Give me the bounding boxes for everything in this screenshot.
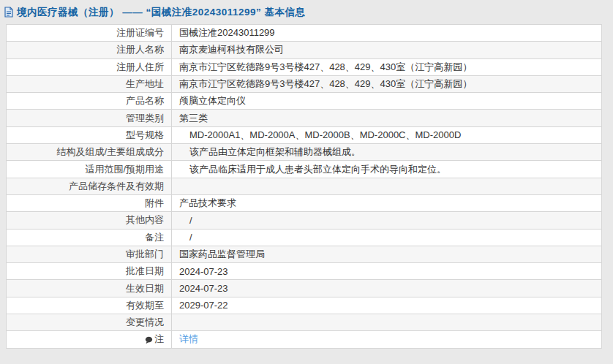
row-value: 南京市江宁区乾德路9号3号楼427、428、429、430室（江宁高新园） bbox=[172, 58, 602, 75]
row-label: 备注 bbox=[7, 229, 172, 246]
table-row: 生效日期 2024-07-23 bbox=[7, 280, 602, 297]
row-value: 2029-07-22 bbox=[172, 297, 602, 314]
row-value: 国械注准20243011299 bbox=[172, 25, 602, 42]
row-label: 其他内容 bbox=[7, 212, 172, 229]
row-label: 注 bbox=[7, 331, 172, 348]
row-label: 附件 bbox=[7, 194, 172, 211]
row-label: 注册人住所 bbox=[7, 58, 172, 75]
table-row: 产品名称 颅脑立体定向仪 bbox=[7, 93, 602, 110]
row-value: 国家药品监督管理局 bbox=[172, 246, 602, 262]
row-value: 第三类 bbox=[172, 110, 602, 126]
table-row: 注册人住所 南京市江宁区乾德路9号3号楼427、428、429、430室（江宁高… bbox=[7, 58, 602, 75]
row-value bbox=[172, 314, 602, 331]
row-value: / bbox=[172, 229, 602, 246]
table-row: 适用范围/预期用途 该产品临床适用于成人患者头部立体定向手术的导向和定位。 bbox=[7, 161, 602, 178]
row-value: 颅脑立体定向仪 bbox=[172, 93, 602, 110]
table-row: 其他内容 / bbox=[7, 212, 602, 229]
table-row: 结构及组成/主要组成成分 该产品由立体定向框架和辅助器械组成。 bbox=[7, 144, 602, 161]
row-label: 型号规格 bbox=[7, 126, 172, 143]
row-value: / bbox=[172, 212, 602, 229]
row-value: 该产品临床适用于成人患者头部立体定向手术的导向和定位。 bbox=[172, 161, 602, 178]
comment-icon bbox=[145, 336, 153, 344]
row-label: 生产地址 bbox=[7, 75, 172, 92]
row-label: 有效期至 bbox=[7, 297, 172, 314]
row-label: 适用范围/预期用途 bbox=[7, 161, 172, 178]
table-row: 产品储存条件及有效期 bbox=[7, 178, 602, 194]
row-value: 2024-07-23 bbox=[172, 280, 602, 297]
row-label: 批准日期 bbox=[7, 263, 172, 280]
row-value: 南京市江宁区乾德路9号3号楼427、428、429、430室（江宁高新园） bbox=[172, 75, 602, 92]
row-label: 变更情况 bbox=[7, 314, 172, 331]
table-row: 备注 / bbox=[7, 229, 602, 246]
row-label: 结构及组成/主要组成成分 bbox=[7, 144, 172, 161]
row-label: 管理类别 bbox=[7, 110, 172, 126]
table-row: 注册人名称 南京麦迪柯科技有限公司 bbox=[7, 42, 602, 58]
document-icon bbox=[4, 7, 14, 18]
note-label-text: 注 bbox=[154, 333, 164, 346]
row-label: 注册人名称 bbox=[7, 42, 172, 58]
row-label: 产品储存条件及有效期 bbox=[7, 178, 172, 194]
table-row: 变更情况 bbox=[7, 314, 602, 331]
table-row: 有效期至 2029-07-22 bbox=[7, 297, 602, 314]
row-value: MD-2000A1、MD-2000A、MD-2000B、MD-2000C、MD-… bbox=[172, 126, 602, 143]
table-row: 附件 产品技术要求 bbox=[7, 194, 602, 211]
row-value bbox=[172, 178, 602, 194]
table-row: 型号规格 MD-2000A1、MD-2000A、MD-2000B、MD-2000… bbox=[7, 126, 602, 143]
row-label: 生效日期 bbox=[7, 280, 172, 297]
registration-info-table: 注册证编号 国械注准20243011299 注册人名称 南京麦迪柯科技有限公司 … bbox=[6, 24, 602, 349]
row-value: 南京麦迪柯科技有限公司 bbox=[172, 42, 602, 58]
row-label: 审批部门 bbox=[7, 246, 172, 262]
table-row: 管理类别 第三类 bbox=[7, 110, 602, 126]
table-row: 批准日期 2024-07-23 bbox=[7, 263, 602, 280]
row-label: 产品名称 bbox=[7, 93, 172, 110]
table-row: 审批部门 国家药品监督管理局 bbox=[7, 246, 602, 262]
row-value: 2024-07-23 bbox=[172, 263, 602, 280]
table-row: 注 详情 bbox=[7, 331, 602, 348]
page-header: 境内医疗器械（注册） —— “国械注准20243011299” 基本信息 bbox=[0, 0, 613, 20]
table-row: 生产地址 南京市江宁区乾德路9号3号楼427、428、429、430室（江宁高新… bbox=[7, 75, 602, 92]
page-title: 境内医疗器械（注册） —— “国械注准20243011299” 基本信息 bbox=[17, 6, 306, 19]
table-row: 注册证编号 国械注准20243011299 bbox=[7, 25, 602, 42]
row-value: 详情 bbox=[172, 331, 602, 348]
row-value: 产品技术要求 bbox=[172, 194, 602, 211]
row-value: 该产品由立体定向框架和辅助器械组成。 bbox=[172, 144, 602, 161]
row-label: 注册证编号 bbox=[7, 25, 172, 42]
detail-link[interactable]: 详情 bbox=[179, 333, 198, 344]
